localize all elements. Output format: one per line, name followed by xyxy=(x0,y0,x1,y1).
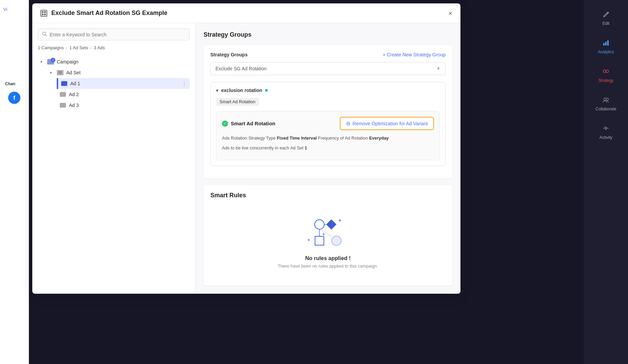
tag-chip: Smart Ad Rotation xyxy=(216,98,259,106)
search-input[interactable] xyxy=(50,32,185,37)
concurrent-label: Ads to be live concurrently in each Ad S… xyxy=(222,145,303,150)
sidebar-item-collaborate[interactable]: Collaborate xyxy=(584,89,628,117)
svg-rect-3 xyxy=(44,14,46,15)
svg-rect-1 xyxy=(44,11,46,13)
adset-node: ▾ Ad Set xyxy=(47,67,190,111)
edit-icon xyxy=(601,10,611,19)
exclusion-title: exclusion rotation xyxy=(221,88,262,93)
svg-point-9 xyxy=(332,236,341,245)
search-icon xyxy=(42,32,47,37)
no-rules-sub: There have been no rules applied to this… xyxy=(278,263,378,269)
campaign-icon: i xyxy=(47,58,54,65)
svg-point-6 xyxy=(315,220,324,229)
ad2-row[interactable]: Ad 2 xyxy=(57,89,190,100)
sar-header: ✓ Smart Ad Rotation ⊖ Remove Optimizatio… xyxy=(222,117,434,130)
smart-rules-section: Smart Rules + xyxy=(204,185,452,286)
smart-ad-rotation-tag: Smart Ad Rotation xyxy=(216,98,440,106)
svg-point-20 xyxy=(604,98,606,101)
no-rules-area: + + + No rul xyxy=(210,206,446,279)
ad2-icon xyxy=(59,91,66,98)
exclusion-chevron: ▾ xyxy=(216,88,219,93)
adset-label: Ad Set xyxy=(66,70,187,75)
collaborate-label: Collaborate xyxy=(595,107,616,111)
strategy-label: Strategy xyxy=(598,78,614,83)
strategy-type-label: Ads Rotation Strategy Type xyxy=(222,135,276,141)
svg-rect-17 xyxy=(607,40,609,46)
breadcrumb-adsets: 1 Ad Sets xyxy=(69,45,88,50)
sidebar-item-edit[interactable]: Edit xyxy=(584,3,628,32)
no-rules-illustration: + + + xyxy=(308,216,348,250)
adset-icon xyxy=(57,69,64,76)
create-new-link[interactable]: + Create New Strategy Group xyxy=(383,52,446,57)
ad2-label: Ad 2 xyxy=(69,92,187,97)
close-button[interactable]: × xyxy=(448,10,452,17)
campaign-children: ▾ Ad Set xyxy=(38,67,190,111)
sidebar-item-analytics[interactable]: Analytics xyxy=(584,32,628,60)
campaign-node: ▾ i Campaign ▾ xyxy=(38,56,190,111)
ad1-label: Ad 1 xyxy=(70,81,179,86)
campaign-row[interactable]: ▾ i Campaign xyxy=(38,56,190,67)
svg-text:+: + xyxy=(322,232,325,237)
remove-btn-label: Remove Optimization for Ad Variant xyxy=(352,121,428,126)
search-box[interactable] xyxy=(38,29,190,40)
selected-bar xyxy=(57,78,58,89)
collaborate-icon xyxy=(601,95,611,105)
activity-label: Activity xyxy=(599,135,612,140)
chan-text: Chan xyxy=(5,81,15,86)
left-panel-bg: Vi Chan f xyxy=(0,0,29,364)
svg-rect-15 xyxy=(603,43,605,46)
sar-title-area: ✓ Smart Ad Rotation xyxy=(222,121,275,127)
strategy-type-value: Fixed Time Interval xyxy=(277,135,317,141)
tree-panel: 1 Campaigns › 1 Ad Sets › 3 Ads ▾ i xyxy=(32,23,195,294)
breadcrumb-ads: 3 Ads xyxy=(94,45,105,50)
remove-optimization-button[interactable]: ⊖ Remove Optimization for Ad Variant xyxy=(340,117,434,130)
sidebar-item-activity[interactable]: Activity xyxy=(584,117,628,146)
analytics-label: Analytics xyxy=(598,50,614,54)
analytics-icon xyxy=(601,38,611,48)
chevron-down-icon: ▼ xyxy=(436,66,440,71)
ad3-label: Ad 3 xyxy=(69,103,187,108)
concurrent-value: 1 xyxy=(305,145,307,150)
modal-body: 1 Campaigns › 1 Ad Sets › 3 Ads ▾ i xyxy=(32,23,460,294)
smart-ad-rotation-card: ✓ Smart Ad Rotation ⊖ Remove Optimizatio… xyxy=(216,111,440,160)
frequency-label: Frequency of Ad Rotation xyxy=(318,135,368,141)
right-sidebar: Edit Analytics Strategy xyxy=(584,0,628,364)
breadcrumb: 1 Campaigns › 1 Ad Sets › 3 Ads xyxy=(38,45,190,50)
vi-text: Vi xyxy=(0,0,29,19)
content-panel: Strategy Groups Strategy Groups + Create… xyxy=(195,23,460,294)
ad1-container: Ad 1 ⋮ xyxy=(57,78,190,89)
svg-point-21 xyxy=(606,98,609,101)
campaign-arrow: ▾ xyxy=(40,60,45,64)
sar-details: Ads Rotation Strategy Type Fixed Time In… xyxy=(222,135,434,152)
sidebar-item-strategy[interactable]: Strategy xyxy=(584,60,628,89)
ad1-menu[interactable]: ⋮ xyxy=(181,80,187,87)
exclusion-section: ▾ exclusion rotation Smart Ad Rotation ✓ xyxy=(210,82,446,166)
breadcrumb-campaigns: 1 Campaigns xyxy=(38,45,64,50)
svg-point-18 xyxy=(603,70,606,73)
svg-line-14 xyxy=(319,229,331,236)
ad3-row[interactable]: Ad 3 xyxy=(57,100,190,111)
sg-dropdown[interactable]: Exclude SG Ad Rotation ▼ xyxy=(210,62,446,75)
facebook-icon: f xyxy=(8,92,20,104)
minus-circle-icon: ⊖ xyxy=(346,120,350,127)
exclusion-header: ▾ exclusion rotation xyxy=(216,88,440,93)
svg-text:+: + xyxy=(308,238,310,242)
ad3-icon xyxy=(59,102,66,109)
svg-rect-2 xyxy=(42,14,43,15)
edit-label: Edit xyxy=(603,21,610,26)
svg-rect-8 xyxy=(315,236,324,245)
green-status-dot xyxy=(265,89,268,92)
sg-dropdown-value: Exclude SG Ad Rotation xyxy=(215,66,266,71)
smart-rules-title: Smart Rules xyxy=(210,192,446,199)
svg-line-5 xyxy=(46,35,47,36)
modal-overlay: Exclude Smart Ad Rotation SG Example × xyxy=(29,0,628,364)
concurrent-row: Ads to be live concurrently in each Ad S… xyxy=(222,145,434,152)
modal-header: Exclude Smart Ad Rotation SG Example × xyxy=(32,3,460,23)
ad1-row[interactable]: Ad 1 ⋮ xyxy=(57,78,190,89)
adset-row[interactable]: ▾ Ad Set xyxy=(47,67,190,78)
adset-arrow: ▾ xyxy=(50,71,54,75)
breadcrumb-sep1: › xyxy=(66,45,67,50)
svg-rect-0 xyxy=(42,11,43,13)
strategy-groups-title: Strategy Groups xyxy=(204,31,452,38)
strategy-groups-section: Strategy Groups + Create New Strategy Gr… xyxy=(204,45,452,178)
